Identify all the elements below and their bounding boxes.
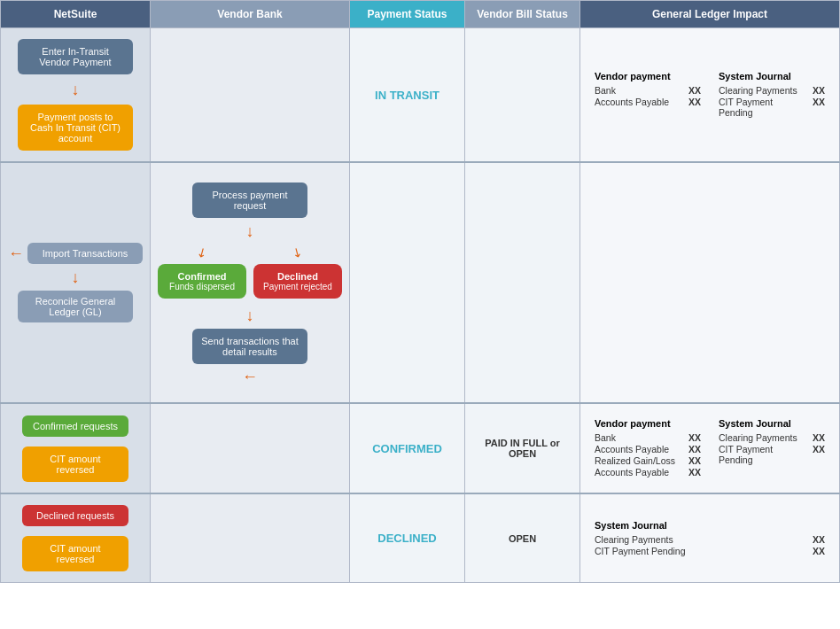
- arrow-to-declined: ↘: [290, 245, 305, 260]
- confirmed-col: ↙ Confirmed Funds dispersed: [158, 245, 246, 302]
- box-cit-reversed-confirmed: CIT amount reversed: [22, 447, 128, 482]
- gl-declined-sj-title: System Journal: [595, 520, 825, 531]
- gl-confirmed-bank-label: Bank: [595, 432, 616, 443]
- box-cit-reversed-declined: CIT amount reversed: [22, 536, 128, 571]
- gl-confirmed-rgl-xx: XX: [688, 455, 701, 466]
- gl-declined-sj-clearing-row: Clearing Payments XX: [595, 534, 825, 545]
- gl-confirmed-rgl-row: Realized Gain/Loss XX: [595, 455, 701, 466]
- gl-in-transit: Vendor payment Bank XX Accounts Payable …: [580, 28, 840, 163]
- gl-confirmed-ap2-label: Accounts Payable: [595, 467, 669, 478]
- gl-vp-bank-label: Bank: [595, 85, 616, 96]
- vendor-bill-declined-label: OPEN: [472, 533, 572, 544]
- arrow-to-confirmed: ↙: [194, 245, 209, 260]
- gl-confirmed-vp-col: Vendor payment Bank XX Accounts Payable …: [595, 418, 701, 478]
- gl-sj-clearing-xx: XX: [813, 85, 825, 96]
- gl-declined-sj-clearing-label: Clearing Payments: [595, 534, 673, 545]
- gl-confirmed: Vendor payment Bank XX Accounts Payable …: [580, 403, 840, 493]
- gl-vendor-payment-col: Vendor payment Bank XX Accounts Payable …: [595, 71, 701, 119]
- row-in-transit: Enter In-Transit Vendor Payment ↓ Paymen…: [1, 28, 840, 163]
- box-declined-requests: Declined requests: [22, 505, 128, 526]
- vendor-bank-in-transit-empty: [151, 28, 350, 163]
- gl-vp-ap-xx: XX: [688, 97, 701, 107]
- gl-declined-sj-cit-label: CIT Payment Pending: [595, 546, 686, 556]
- netsuite-import-reconcile: ← Import Transactions ↓ Reconcile Genera…: [4, 230, 146, 335]
- arrow-left-import: ←: [8, 245, 24, 263]
- gl-confirmed-bank-xx: XX: [688, 432, 701, 443]
- gl-confirmed-ap2-xx: XX: [688, 467, 701, 478]
- gl-vp-title: Vendor payment: [595, 71, 701, 82]
- vendor-bank-flow: Process payment request ↓ ↙ Confirmed Fu…: [154, 170, 346, 395]
- declined-sub: Payment rejected: [262, 282, 333, 291]
- gl-declined-sj-cit-row: CIT Payment Pending XX: [595, 546, 825, 556]
- header-vendor-bill: Vendor Bill Status: [465, 1, 580, 28]
- arrow-left-send: ←: [242, 368, 258, 386]
- gl-declined-sj-col: System Journal Clearing Payments XX CIT …: [595, 520, 825, 557]
- box-payment-posts: Payment posts to Cash In Transit (CIT) a…: [18, 105, 133, 151]
- gl-sj-cit-xx: XX: [813, 97, 825, 118]
- vendor-bank-confirmed-empty: [151, 403, 350, 493]
- box-declined: Declined Payment rejected: [253, 264, 342, 299]
- payment-status-in-transit: IN TRANSIT: [350, 28, 465, 163]
- gl-declined: System Journal Clearing Payments XX CIT …: [580, 493, 840, 583]
- gl-confirmed-sj-cit-xx: XX: [813, 444, 825, 465]
- box-import-transactions: Import Transactions: [27, 243, 143, 264]
- gl-section-declined: System Journal Clearing Payments XX CIT …: [587, 513, 832, 564]
- vendor-bank-process: Process payment request ↓ ↙ Confirmed Fu…: [151, 162, 350, 403]
- gl-sj-title: System Journal: [719, 71, 825, 82]
- gl-vp-bank-row: Bank XX: [595, 85, 701, 96]
- gl-confirmed-sj-col: System Journal Clearing Payments XX CIT …: [719, 418, 825, 478]
- gl-vp-ap-label: Accounts Payable: [595, 97, 669, 107]
- row-process: ← Import Transactions ↓ Reconcile Genera…: [1, 162, 840, 403]
- arrow-down-reconcile: ↓: [72, 269, 80, 285]
- gl-confirmed-vp-title: Vendor payment: [595, 418, 701, 429]
- gl-sj-cit-row: CIT Payment Pending XX: [719, 97, 825, 118]
- vendor-bill-declined: OPEN: [465, 493, 580, 583]
- gl-process-empty: [580, 162, 840, 403]
- gl-confirmed-ap-label: Accounts Payable: [595, 444, 669, 454]
- netsuite-confirmed-section: Confirmed requests CIT amount reversed: [8, 412, 143, 485]
- gl-confirmed-rgl-label: Realized Gain/Loss: [595, 455, 675, 466]
- gl-vp-bank-xx: XX: [688, 85, 701, 96]
- netsuite-confirmed: Confirmed requests CIT amount reversed: [1, 403, 151, 493]
- gl-confirmed-sj-title: System Journal: [719, 418, 825, 429]
- arrow-confirmed: ↙: [197, 245, 207, 260]
- box-send-transactions: Send transactions that detail results: [192, 329, 307, 364]
- gl-section-confirmed: Vendor payment Bank XX Accounts Payable …: [587, 411, 832, 485]
- box-confirmed: Confirmed Funds dispersed: [158, 264, 246, 299]
- confirmed-sub: Funds dispersed: [167, 282, 237, 291]
- confirmed-label: Confirmed: [167, 271, 237, 282]
- gl-vp-ap-row: Accounts Payable XX: [595, 97, 701, 107]
- status-in-transit-label: IN TRANSIT: [357, 89, 457, 102]
- netsuite-declined: Declined requests CIT amount reversed: [1, 493, 151, 583]
- row-confirmed: Confirmed requests CIT amount reversed C…: [1, 403, 840, 493]
- netsuite-in-transit: Enter In-Transit Vendor Payment ↓ Paymen…: [1, 28, 151, 163]
- header-gl: General Ledger Impact: [580, 1, 840, 28]
- gl-confirmed-sj-clearing-label: Clearing Payments: [719, 432, 797, 443]
- gl-confirmed-sj-clearing-row: Clearing Payments XX: [719, 432, 825, 443]
- box-process-payment: Process payment request: [192, 182, 307, 218]
- netsuite-declined-section: Declined requests CIT amount reversed: [8, 501, 143, 575]
- vendor-bill-in-transit: [465, 28, 580, 163]
- declined-label: Declined: [262, 271, 333, 282]
- gl-confirmed-ap-row: Accounts Payable XX: [595, 444, 701, 454]
- gl-sj-clearing-label: Clearing Payments: [719, 85, 797, 96]
- header-netsuite: NetSuite: [1, 1, 151, 28]
- gl-confirmed-bank-row: Bank XX: [595, 432, 701, 443]
- gl-declined-sj-cit-xx: XX: [813, 546, 825, 556]
- arrow-down-1: ↓: [72, 82, 80, 97]
- declined-col: ↘ Declined Payment rejected: [253, 245, 342, 302]
- header-payment-status: Payment Status: [350, 1, 465, 28]
- row-declined: Declined requests CIT amount reversed DE…: [1, 493, 840, 583]
- gl-system-journal-col: System Journal Clearing Payments XX CIT …: [719, 71, 825, 119]
- gl-declined-sj-clearing-xx: XX: [813, 534, 825, 545]
- box-confirmed-requests: Confirmed requests: [22, 415, 128, 437]
- box-reconcile-gl: Reconcile General Ledger (GL): [18, 291, 133, 322]
- vendor-bill-confirmed: PAID IN FULL or OPEN: [465, 403, 580, 493]
- gl-confirmed-ap-xx: XX: [688, 444, 701, 454]
- confirmed-declined-row: ↙ Confirmed Funds dispersed ↘ Declined: [158, 245, 342, 302]
- header-vendor-bank: Vendor Bank: [151, 1, 350, 28]
- payment-status-declined: DECLINED: [350, 493, 465, 583]
- status-declined-label: DECLINED: [357, 532, 457, 545]
- gl-sj-cit-label: CIT Payment Pending: [719, 97, 809, 118]
- gl-sj-clearing-row: Clearing Payments XX: [719, 85, 825, 96]
